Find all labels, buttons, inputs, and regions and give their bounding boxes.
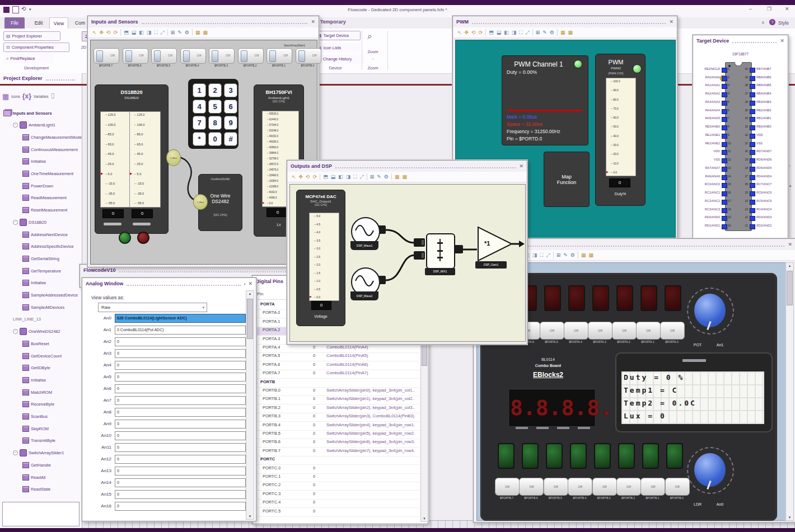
tree-expander-icon[interactable]: − (13, 450, 18, 455)
tree-item[interactable]: AddressSpecificDevice (22, 242, 82, 252)
fit-view-icon[interactable]: ⤢ (526, 30, 530, 35)
help-icon[interactable]: ? (769, 19, 775, 25)
component-properties-button[interactable]: ⊟Component Properties (3, 43, 69, 52)
port-button[interactable]: Off (588, 322, 612, 340)
green-button-icon[interactable] (119, 232, 131, 244)
tab-view[interactable]: View (49, 17, 68, 29)
scroll-up-icon[interactable]: ▲ (246, 292, 254, 295)
dock-up-icon[interactable]: ▲ (788, 183, 792, 187)
tree-item[interactable]: ContinuousMeasurement (22, 144, 82, 154)
variables-icon[interactable]: {x} (22, 92, 31, 100)
pwm-panel-header[interactable]: PWM ✕ (453, 16, 677, 27)
analog-value-input[interactable]: 0 (115, 455, 246, 464)
fit-view-icon[interactable]: ⤢ (546, 253, 550, 258)
tree-expander-icon[interactable]: − (13, 123, 18, 128)
view-bottom-icon[interactable]: ⬓ (497, 30, 502, 35)
zoom-minus[interactable]: - (363, 56, 383, 61)
analog-vscrollbar[interactable]: ▲ ▼ (246, 290, 254, 520)
zoom-icon[interactable]: ⌕ (367, 31, 372, 41)
close-icon[interactable]: ✕ (248, 281, 252, 286)
view-right-icon[interactable]: ◨ (346, 175, 351, 180)
port-button[interactable]: Off (640, 478, 665, 496)
close-button[interactable]: ✕ (785, 6, 789, 12)
analog-value-input[interactable]: 0 (115, 478, 246, 487)
analog-value-input[interactable]: 0 ComboBL0114(Pot ADC) (115, 326, 246, 335)
digital-pin-row[interactable]: PORTB.20SwitchArraySlider(pin2), keypad_… (254, 405, 419, 413)
edit-icon[interactable]: ✎ (377, 175, 381, 180)
digital-pin-row[interactable]: PORTA.50ComboBL0114(PinA5) (254, 353, 419, 361)
port-button[interactable]: Off (592, 478, 617, 496)
settings-icon[interactable]: ⚙ (550, 30, 554, 35)
digital-pin-row[interactable]: PORTC.10 (254, 474, 419, 482)
rotate-right-icon[interactable]: ⟳ (313, 175, 317, 180)
digital-pin-row[interactable]: PORTB.10SwitchArraySlider(pin1), keypad_… (254, 396, 419, 404)
port-button[interactable]: Off (660, 322, 685, 340)
target-device-toggle[interactable]: ▣Target Device (315, 31, 361, 40)
port-button[interactable]: Off (636, 322, 661, 340)
analog-value-input[interactable]: 0 (115, 396, 246, 405)
scroll-thumb[interactable] (787, 271, 793, 305)
analog-value-input[interactable]: 0 (115, 420, 246, 429)
tree-item[interactable]: ReceiveByte (22, 399, 82, 409)
snap-icon[interactable]: ▦ (560, 30, 565, 35)
tree-item[interactable]: BusReset (22, 338, 82, 349)
digital-pin-row[interactable]: ◢PORTC (254, 456, 419, 465)
digital-pin-row[interactable]: PORTB.70SwitchArraySlider(pin7), keypad_… (254, 448, 419, 456)
tree-item[interactable]: Inputs and Sensors (3, 108, 82, 118)
project-explorer-button[interactable]: ▤Project Explorer (3, 31, 60, 41)
tree-item[interactable]: MatchROM (22, 387, 82, 397)
rotate-left-icon[interactable]: ⟲ (471, 30, 476, 35)
digital-pin-row[interactable]: PORTB.40SwitchArraySlider(pin4), keypad_… (254, 422, 419, 431)
analog-window-header[interactable]: Analog Window ▪ ✕ (82, 278, 256, 289)
tree-expander-icon[interactable]: − (13, 220, 18, 225)
analog-value-input[interactable]: 0 (115, 467, 246, 475)
view-top-icon[interactable]: ⬒ (489, 30, 494, 35)
port-button[interactable]: Off (564, 322, 588, 340)
analog-value-input[interactable]: 0 (115, 361, 246, 370)
port-button[interactable]: Off (616, 478, 641, 496)
tree-item[interactable]: −OneWireDS2482 (13, 327, 82, 337)
tree-item[interactable]: Initialise (22, 278, 82, 288)
map-function-button[interactable]: Map Function (544, 152, 590, 207)
tree-item[interactable]: −SwitchArraySlider1 (13, 448, 82, 458)
tree-item[interactable]: AddressNextDevice (22, 229, 82, 239)
settings-icon[interactable]: ⚙ (384, 175, 389, 180)
tree-item[interactable]: GetIDByte (22, 363, 82, 373)
analog-value-input[interactable]: 0 (115, 373, 246, 382)
tab-file[interactable]: File (4, 17, 25, 29)
onewire-connector-1[interactable]: 1-Wire (166, 149, 181, 166)
analog-value-input[interactable]: 0 (115, 502, 246, 511)
tree-item[interactable]: ResetMeasurement (22, 205, 82, 215)
tree-item[interactable]: SkipROM (22, 423, 82, 434)
port-button[interactable]: Off (665, 478, 690, 496)
camera-view-icon[interactable]: ⛶ (519, 30, 522, 35)
change-history-toggle[interactable]: ↺Change History (315, 54, 364, 64)
close-icon[interactable]: ✕ (788, 242, 792, 247)
tree-item[interactable]: ReadState (22, 484, 82, 495)
view-mode-dropdown[interactable]: Raw ▾ (98, 303, 207, 312)
scroll-thumb[interactable] (247, 299, 253, 339)
view-right-icon[interactable]: ◨ (532, 253, 537, 258)
analog-value-input[interactable]: 0 (115, 384, 246, 393)
view-left-icon[interactable]: ◧ (504, 30, 509, 35)
red-button-icon[interactable] (137, 232, 149, 244)
snap-icon[interactable]: ▦ (581, 253, 586, 258)
scroll-down-icon[interactable]: ▼ (786, 516, 793, 519)
port-button[interactable]: Off (612, 322, 637, 340)
restore-button[interactable]: ❐ (767, 6, 771, 12)
close-icon[interactable]: ✕ (669, 19, 674, 25)
analog-value-input[interactable]: 0 (115, 443, 246, 452)
fit-view-icon[interactable]: ⤢ (360, 175, 364, 180)
tree-item[interactable]: −DS18B20 (13, 217, 82, 227)
analog-value-input[interactable]: 0 (115, 408, 246, 417)
pan-hand-icon[interactable]: ✥ (299, 175, 303, 180)
port-button[interactable]: Off (568, 478, 592, 496)
tree-item[interactable]: PowerDown (22, 181, 82, 191)
tree-item[interactable]: GetHandle (22, 460, 82, 470)
icons-grid-icon[interactable]: ▦ (2, 92, 9, 101)
rotate-right-icon[interactable]: ⟳ (479, 30, 483, 35)
digital-pin-row[interactable]: PORTB.50SwitchArraySlider(pin5), keypad_… (254, 431, 419, 439)
layers-icon[interactable]: ▩ (588, 253, 593, 258)
view-bottom-icon[interactable]: ⬓ (331, 175, 336, 180)
view-top-icon[interactable]: ⬒ (323, 175, 328, 180)
